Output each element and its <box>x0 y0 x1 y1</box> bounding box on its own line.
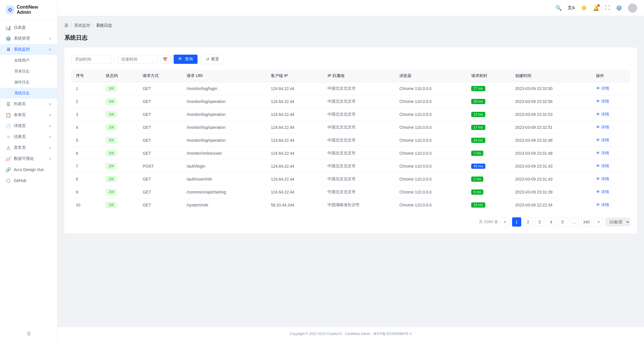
col-method: 请求方式 <box>138 70 182 82</box>
cell-duration: 24 ms <box>467 134 511 147</box>
cell-created: 2023-03-09 22:22:34 <box>511 199 591 212</box>
cell-location: 中国湖南省长沙市 <box>323 199 395 212</box>
calendar-button[interactable]: 📅 <box>160 55 170 64</box>
sidebar-item-dashboard[interactable]: 📊 仪表盘 <box>0 22 57 33</box>
table-row: 6 200 GET /monitor/online/user 124.64.22… <box>71 147 630 160</box>
end-date-input[interactable] <box>118 55 158 64</box>
page-3-button[interactable]: 3 <box>535 217 544 227</box>
sidebar-item-error[interactable]: ⚠ 异常页 ∨ <box>0 142 57 153</box>
cell-location: 中国北京北京市 <box>323 186 395 199</box>
sidebar-item-operation-log[interactable]: 操作日志 <box>0 77 57 88</box>
app-title: ContiNew Admin <box>17 5 51 15</box>
breadcrumb-parent[interactable]: 系统监控 <box>74 23 90 28</box>
reset-button[interactable]: ↺ 重置 <box>201 54 224 64</box>
sidebar-item-dataviz[interactable]: 📈 数据可视化 ∨ <box>0 153 57 164</box>
cell-duration: 2 ms <box>467 173 511 186</box>
detail-link[interactable]: 👁 详情 <box>596 138 626 143</box>
translate-icon[interactable]: 文A <box>568 5 575 11</box>
page-1-button[interactable]: 1 <box>512 217 521 227</box>
cell-action[interactable]: 👁 详情 <box>591 173 630 186</box>
col-created: 创建时间 <box>511 70 591 82</box>
page-last-button[interactable]: 340 <box>581 217 592 227</box>
search-button[interactable]: 🔍 查询 <box>174 55 198 64</box>
col-status: 状态码 <box>101 70 138 82</box>
sidebar-item-monitor[interactable]: 🖥 系统监控 ∧ <box>0 44 57 55</box>
search-icon[interactable]: 🔍 <box>555 5 562 11</box>
next-page-button[interactable]: > <box>594 217 603 227</box>
sidebar-item-result[interactable]: ○ 结果页 ∨ <box>0 131 57 142</box>
cell-action[interactable]: 👁 详情 <box>591 199 630 212</box>
cell-method: GET <box>138 121 182 134</box>
page-2-button[interactable]: 2 <box>524 217 533 227</box>
notification-icon[interactable]: 🔔 <box>593 5 599 11</box>
sidebar-item-github-label: GitHub <box>14 178 26 183</box>
cell-method: GET <box>138 186 182 199</box>
cell-status: 200 <box>101 82 138 95</box>
detail-link[interactable]: 👁 详情 <box>596 86 626 91</box>
cell-index: 8 <box>71 173 101 186</box>
cell-created: 2023-03-09 23:31:43 <box>511 173 591 186</box>
cell-created: 2023-03-09 23:32:51 <box>511 121 591 134</box>
user-avatar[interactable] <box>628 3 637 13</box>
cell-action[interactable]: 👁 详情 <box>591 160 630 173</box>
fullscreen-icon[interactable]: ⛶ <box>605 5 610 11</box>
cell-location: 中国北京北京市 <box>323 147 395 160</box>
cell-ip: 124.64.22.44 <box>266 121 323 134</box>
cell-created: 2023-03-09 23:32:56 <box>511 95 591 108</box>
sidebar-item-form-label: 表单页 <box>14 112 26 118</box>
cell-action[interactable]: 👁 详情 <box>591 121 630 134</box>
sidebar-item-system[interactable]: ⚙️ 系统管理 ∨ <box>0 33 57 44</box>
cell-uri: /monitor/log/operation <box>182 95 266 108</box>
cell-action[interactable]: 👁 详情 <box>591 186 630 199</box>
prev-page-button[interactable]: < <box>501 217 510 227</box>
result-icon: ○ <box>6 134 11 139</box>
cell-action[interactable]: 👁 详情 <box>591 134 630 147</box>
svg-point-1 <box>630 5 635 9</box>
cell-action[interactable]: 👁 详情 <box>591 95 630 108</box>
sidebar-item-online-user[interactable]: 在线用户 <box>0 55 57 66</box>
collapse-sidebar-button[interactable]: ☰ <box>27 331 31 336</box>
detail-link[interactable]: 👁 详情 <box>596 202 626 208</box>
cell-action[interactable]: 👁 详情 <box>591 82 630 95</box>
page-4-button[interactable]: 4 <box>547 217 556 227</box>
cell-browser: Chrome 110.0.0.0 <box>395 108 467 121</box>
online-user-label: 在线用户 <box>14 58 29 63</box>
cell-action[interactable]: 👁 详情 <box>591 147 630 160</box>
error-icon: ⚠ <box>6 145 11 150</box>
sidebar-item-login-log[interactable]: 登录日志 <box>0 66 57 77</box>
sidebar-item-detail[interactable]: 📄 详情页 ∨ <box>0 120 57 131</box>
sidebar-item-form[interactable]: 📋 表单页 ∨ <box>0 110 57 120</box>
svg-point-2 <box>629 10 636 13</box>
cell-method: GET <box>138 108 182 121</box>
detail-link[interactable]: 👁 详情 <box>596 99 626 104</box>
detail-link[interactable]: 👁 详情 <box>596 177 626 182</box>
detail-link[interactable]: 👁 详情 <box>596 112 626 117</box>
sidebar-item-dataviz-label: 数据可视化 <box>14 156 34 161</box>
sidebar-item-list[interactable]: ☰ 列表页 ∨ <box>0 99 57 110</box>
start-date-input[interactable] <box>71 55 112 64</box>
cell-method: GET <box>138 95 182 108</box>
cell-location: 中国北京北京市 <box>323 160 395 173</box>
detail-link[interactable]: 👁 详情 <box>596 151 626 156</box>
sidebar-item-github[interactable]: ⬡ GitHub <box>0 175 57 186</box>
sidebar-item-arco[interactable]: 🔗 Arco Design Vue <box>0 164 57 175</box>
cell-location: 中国北京北京市 <box>323 82 395 95</box>
chevron-down-icon: ∨ <box>49 37 51 41</box>
col-uri: 请求 URI <box>182 70 266 82</box>
detail-link[interactable]: 👁 详情 <box>596 189 626 195</box>
detail-link[interactable]: 👁 详情 <box>596 125 626 130</box>
page-size-select[interactable]: 10条/页 20条/页 50条/页 <box>605 218 630 226</box>
dashboard-icon: 📊 <box>6 25 11 30</box>
cell-action[interactable]: 👁 详情 <box>591 108 630 121</box>
cell-location: 中国北京北京市 <box>323 134 395 147</box>
settings-icon[interactable]: ⚙️ <box>616 5 622 11</box>
cell-uri: /auth/login <box>182 160 266 173</box>
page-5-button[interactable]: 5 <box>558 217 567 227</box>
cell-created: 2023-03-09 23:32:48 <box>511 134 591 147</box>
theme-icon[interactable]: ☀️ <box>581 5 587 11</box>
detail-link[interactable]: 👁 详情 <box>596 164 626 169</box>
content-area: 器 / 系统监控 / 系统日志 系统日志 - 📅 🔍 查询 <box>57 16 644 327</box>
chevron-down-icon-detail: ∨ <box>49 124 51 128</box>
sidebar-item-system-log[interactable]: 系统日志 <box>0 88 57 99</box>
col-location: IP 归属地 <box>323 70 395 82</box>
